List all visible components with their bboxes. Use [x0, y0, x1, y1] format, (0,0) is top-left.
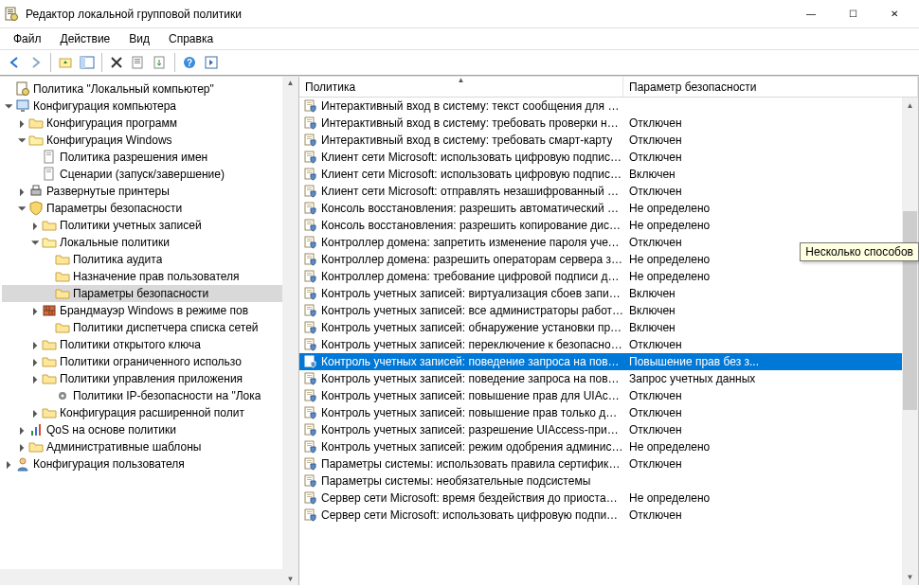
show-hide-tree-button[interactable] [77, 52, 98, 73]
tree-sec-options[interactable]: Параметры безопасности [2, 285, 298, 302]
tree-admt[interactable]: ⏵Административные шаблоны [2, 438, 298, 455]
tree-rights[interactable]: Назначение прав пользователя [2, 268, 298, 285]
tree-local-policies[interactable]: ⏷Локальные политики [2, 234, 298, 251]
list-row[interactable]: Клиент сети Microsoft: отправлять незаши… [299, 183, 918, 200]
tree-name-policy[interactable]: Политика разрешения имен [2, 149, 298, 166]
list-row[interactable]: Контроль учетных записей: поведение запр… [299, 353, 918, 370]
svg-point-4 [11, 13, 18, 20]
list-row[interactable]: Параметры системы: использовать правила … [299, 455, 918, 472]
list-row[interactable]: Консоль восстановления: разрешить копиро… [299, 217, 918, 234]
list-row[interactable]: Клиент сети Microsoft: использовать цифр… [299, 149, 918, 166]
right-scrollbar[interactable]: ▲ ▼ [902, 98, 918, 585]
list-row[interactable]: Контроллер домена: требование цифровой п… [299, 268, 918, 285]
svg-rect-75 [307, 324, 312, 325]
tree-expander[interactable]: ⏷ [15, 132, 28, 149]
policy-text: Контроль учетных записей: режим одобрени… [321, 440, 623, 454]
tree-expander[interactable]: ⏷ [15, 200, 28, 217]
list-row[interactable]: Контроль учетных записей: все администра… [299, 302, 918, 319]
tree-qos[interactable]: ⏵QoS на основе политики [2, 421, 298, 438]
tree-win-config[interactable]: ⏷Конфигурация Windows [2, 132, 298, 149]
tree-expander[interactable]: ⏵ [2, 455, 15, 472]
tree-expander[interactable]: ⏵ [28, 353, 42, 370]
tree-printers[interactable]: ⏵Развернутые принтеры [2, 183, 298, 200]
list-row[interactable]: Контроль учетных записей: повышение прав… [299, 404, 918, 421]
tree-pane[interactable]: Политика "Локальный компьютер"⏷Конфигура… [0, 77, 299, 585]
scroll-up-icon[interactable]: ▲ [902, 98, 918, 114]
delete-button[interactable] [106, 52, 127, 73]
tree-expander[interactable]: ⏵ [28, 217, 42, 234]
tree-expander[interactable]: ⏷ [2, 98, 15, 115]
list-body[interactable]: Интерактивный вход в систему: текст сооб… [299, 98, 918, 585]
tree-expander[interactable]: ⏵ [15, 183, 28, 200]
list-row[interactable]: Интерактивный вход в систему: требовать … [299, 132, 918, 149]
scroll-thumb[interactable] [903, 211, 917, 410]
menu-view[interactable]: Вид [121, 30, 157, 47]
tree-expander[interactable]: ⏵ [28, 336, 42, 353]
list-row[interactable]: Контроль учетных записей: виртуализация … [299, 285, 918, 302]
list-row[interactable]: Контроль учетных записей: разрешение UIA… [299, 421, 918, 438]
menu-file[interactable]: Файл [6, 30, 49, 47]
maximize-button[interactable]: ☐ [832, 1, 874, 27]
properties-button[interactable] [128, 52, 149, 73]
window-titlebar: Редактор локальной групповой политики — … [0, 0, 919, 28]
svg-rect-70 [307, 292, 312, 293]
minimize-button[interactable]: — [790, 1, 832, 27]
tree-pubkey[interactable]: ⏵Политики открытого ключа [2, 336, 298, 353]
column-security-param[interactable]: Параметр безопасности [623, 77, 918, 97]
list-row[interactable]: Консоль восстановления: разрешить автома… [299, 200, 918, 217]
svg-rect-67 [307, 275, 312, 276]
list-row[interactable]: Клиент сети Microsoft: использовать цифр… [299, 166, 918, 183]
tree-expander[interactable]: ⏵ [28, 302, 42, 319]
export-button[interactable] [150, 52, 171, 73]
tree-expander[interactable]: ⏷ [28, 234, 42, 251]
svg-rect-18 [17, 100, 28, 109]
column-policy[interactable]: Политика▲ [299, 77, 623, 97]
list-row[interactable]: Сервер сети Microsoft: использовать цифр… [299, 507, 918, 524]
tree-appctrl[interactable]: ⏵Политики управления приложения [2, 370, 298, 387]
svg-rect-82 [307, 360, 312, 361]
list-row[interactable]: Контроль учетных записей: повышение прав… [299, 387, 918, 404]
left-scrollbar[interactable] [282, 77, 298, 585]
list-row[interactable]: Контроль учетных записей: режим одобрени… [299, 438, 918, 455]
close-button[interactable]: ✕ [874, 1, 915, 27]
tree-expander[interactable]: ⏵ [28, 370, 42, 387]
tree-root[interactable]: Политика "Локальный компьютер" [2, 80, 298, 98]
tree-advaudit[interactable]: ⏵Конфигурация расширенной полит [2, 404, 298, 421]
tree-audit[interactable]: Политика аудита [2, 251, 298, 268]
list-row[interactable]: Интерактивный вход в систему: требовать … [299, 115, 918, 132]
tree-soft-config[interactable]: ⏵Конфигурация программ [2, 115, 298, 132]
tree-user-config-icon [15, 456, 30, 472]
tree-acct-policies[interactable]: ⏵Политики учетных записей [2, 217, 298, 234]
list-row[interactable]: Параметры системы: необязательные подсис… [299, 472, 918, 490]
svg-rect-10 [135, 61, 140, 62]
tree-label: Политики управления приложения [60, 370, 243, 387]
tree-expander[interactable]: ⏵ [15, 438, 28, 455]
list-row[interactable]: Контроль учетных записей: переключение к… [299, 336, 918, 353]
menu-help[interactable]: Справка [161, 30, 221, 47]
tree-ipsec[interactable]: Политики IP-безопасности на "Лока [2, 387, 298, 404]
tree-expander[interactable]: ⏵ [28, 404, 42, 421]
tree-user-config[interactable]: ⏵Конфигурация пользователя [2, 455, 298, 472]
help-button[interactable]: ? [179, 52, 200, 73]
tree-comp-config[interactable]: ⏷Конфигурация компьютера [2, 98, 298, 115]
forward-button[interactable] [26, 52, 46, 73]
tree-software-restrict[interactable]: ⏵Политики ограниченного использо [2, 353, 298, 370]
tree-expander[interactable]: ⏵ [15, 115, 28, 132]
tree-scripts[interactable]: Сценарии (запуск/завершение) [2, 166, 298, 183]
tree-expander[interactable]: ⏵ [15, 421, 28, 438]
list-row[interactable]: Контроль учетных записей: обнаружение ус… [299, 319, 918, 336]
menu-action[interactable]: Действие [53, 30, 118, 47]
tree-sec-params[interactable]: ⏷Параметры безопасности [2, 200, 298, 217]
refresh-button[interactable] [201, 52, 222, 73]
list-row[interactable]: Интерактивный вход в систему: текст сооб… [299, 98, 918, 115]
tree-netlist[interactable]: Политики диспетчера списка сетей [2, 319, 298, 336]
tree-firewall[interactable]: ⏵Брандмауэр Windows в режиме пов [2, 302, 298, 319]
back-button[interactable] [4, 52, 25, 73]
scroll-down-icon[interactable]: ▼ [902, 569, 918, 585]
list-row[interactable]: Контроль учетных записей: поведение запр… [299, 370, 918, 387]
left-h-scrollbar[interactable] [0, 569, 282, 585]
up-button[interactable] [55, 52, 76, 73]
list-row[interactable]: Сервер сети Microsoft: время бездействия… [299, 490, 918, 507]
svg-rect-93 [307, 426, 312, 427]
list-cell-policy: Клиент сети Microsoft: использовать цифр… [299, 150, 623, 165]
